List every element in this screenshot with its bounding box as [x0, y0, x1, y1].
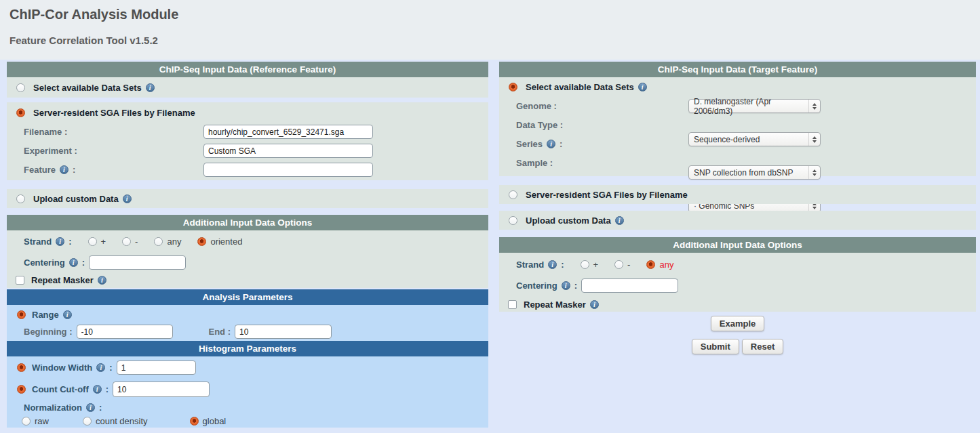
feature-colon: : [73, 165, 75, 175]
reference-select-datasets-radio[interactable] [16, 83, 25, 92]
count-cutoff-radio[interactable] [17, 385, 26, 394]
normalization-colon: : [99, 403, 102, 413]
window-width-radio[interactable] [17, 363, 26, 372]
info-icon[interactable] [86, 403, 95, 412]
window-width-input[interactable] [117, 360, 196, 375]
reference-strand-plus-radio[interactable] [88, 237, 97, 246]
strand-colon: : [68, 236, 71, 247]
info-icon[interactable] [96, 363, 105, 372]
filename-label: Filename : [24, 127, 67, 137]
target-server-sga-label: Server-resident SGA Files by Filename [526, 190, 688, 200]
info-icon[interactable] [615, 216, 624, 225]
info-icon[interactable] [98, 276, 106, 285]
repeat-masker-label: Repeat Masker [31, 275, 94, 285]
count-cutoff-input[interactable] [113, 382, 210, 397]
feature-label: Feature [24, 165, 56, 175]
target-centering-input[interactable] [581, 279, 678, 293]
reference-options-header: Additional Input Data Options [7, 215, 488, 230]
target-repeat-masker-checkbox[interactable] [508, 300, 517, 309]
target-server-sga-radio[interactable] [509, 190, 517, 199]
reference-server-sga-block: Server-resident SGA Files by Filename Fi… [7, 102, 488, 180]
series-select-value: SNP collection from dbSNP [694, 168, 793, 178]
reset-button[interactable]: Reset [742, 339, 783, 354]
info-icon[interactable] [548, 260, 557, 269]
end-input[interactable] [235, 325, 332, 339]
count-cutoff-colon: : [106, 384, 109, 394]
series-colon: : [560, 139, 562, 149]
strand-option-label: any [167, 236, 181, 247]
info-icon[interactable] [63, 310, 72, 319]
target-select-datasets-block: Select available Data Sets Genome : D. m… [499, 77, 976, 176]
normalization-option-label: raw [35, 416, 49, 426]
analysis-parameters-block: Range Beginning : End : [7, 305, 488, 341]
info-icon[interactable] [146, 83, 155, 92]
reference-upload-radio[interactable] [16, 194, 25, 203]
beginning-label: Beginning : [24, 327, 73, 337]
reference-strand-minus-radio[interactable] [122, 237, 131, 246]
window-width-label: Window Width [32, 363, 92, 373]
reference-server-sga-label: Server-resident SGA Files by Filename [33, 108, 195, 118]
window-width-colon: : [109, 363, 112, 373]
repeat-masker-label: Repeat Masker [524, 300, 586, 310]
info-icon[interactable] [56, 237, 64, 246]
info-icon[interactable] [547, 140, 555, 148]
strand-option-label: + [593, 260, 599, 270]
info-icon[interactable] [562, 281, 570, 290]
spinner-arrows-icon[interactable] [808, 133, 820, 146]
reference-repeat-masker-checkbox[interactable] [16, 276, 24, 285]
info-icon[interactable] [69, 258, 78, 267]
histogram-parameters-header: Histogram Parameters [7, 341, 488, 356]
reference-strand-any-radio[interactable] [154, 237, 163, 246]
reference-strand-oriented-radio[interactable] [197, 237, 206, 246]
normalization-global-radio[interactable] [190, 417, 199, 426]
target-upload-radio[interactable] [509, 216, 517, 225]
spinner-arrows-icon[interactable] [808, 100, 820, 112]
normalization-option-label: count density [96, 416, 148, 426]
info-icon[interactable] [590, 300, 599, 309]
end-label: End : [209, 327, 231, 337]
strand-label: Strand [516, 260, 544, 270]
normalization-option-label: global [203, 416, 227, 426]
reference-options-block: Strand : + - any oriented Centering : Re… [7, 230, 488, 288]
reference-server-sga-radio[interactable] [16, 108, 25, 117]
filename-input[interactable] [203, 125, 373, 139]
target-select-datasets-radio[interactable] [509, 83, 517, 91]
genome-label: Genome : [516, 101, 557, 111]
genome-select[interactable]: D. melanogaster (Apr 2006/dm3) [688, 99, 821, 113]
experiment-input[interactable] [203, 144, 373, 158]
page-header: ChIP-Cor Analysis Module Feature Correla… [0, 0, 980, 60]
submit-button[interactable]: Submit [692, 339, 739, 354]
info-icon[interactable] [638, 83, 647, 91]
genome-select-value: D. melanogaster (Apr 2006/dm3) [694, 97, 805, 116]
info-icon[interactable] [93, 385, 102, 394]
page-subtitle: Feature Correlation Tool v1.5.2 [9, 35, 158, 46]
target-options-header: Additional Input Data Options [499, 237, 976, 253]
target-panel-header: ChIP-Seq Input Data (Target Feature) [499, 62, 976, 77]
sample-label: Sample : [516, 158, 553, 168]
feature-input[interactable] [203, 163, 373, 177]
target-strand-any-radio[interactable] [646, 260, 655, 269]
target-strand-plus-radio[interactable] [581, 260, 589, 269]
target-upload-row: Upload custom Data [499, 211, 976, 230]
info-icon[interactable] [60, 165, 68, 174]
normalization-raw-radio[interactable] [22, 417, 31, 426]
strand-option-label: - [135, 236, 138, 247]
range-radio[interactable] [17, 310, 26, 319]
series-label: Series [516, 139, 543, 149]
target-strand-minus-radio[interactable] [614, 260, 623, 269]
beginning-input[interactable] [77, 325, 173, 339]
strand-option-label: oriented [210, 236, 242, 247]
normalization-count-density-radio[interactable] [83, 417, 92, 426]
datatype-label: Data Type : [516, 120, 563, 130]
strand-label: Strand [24, 236, 52, 247]
example-button[interactable]: Example [711, 316, 764, 331]
series-select[interactable]: SNP collection from dbSNP [688, 165, 821, 180]
reference-centering-input[interactable] [89, 255, 186, 270]
spinner-arrows-icon[interactable] [808, 166, 820, 179]
analysis-parameters-header: Analysis Parameters [7, 289, 488, 305]
datatype-select[interactable]: Sequence-derived [688, 132, 821, 146]
reference-panel-header: ChIP-Seq Input Data (Reference Feature) [7, 62, 488, 77]
info-icon[interactable] [123, 194, 132, 203]
target-server-sga-row: Server-resident SGA Files by Filename [499, 185, 976, 204]
strand-colon: : [561, 260, 564, 270]
